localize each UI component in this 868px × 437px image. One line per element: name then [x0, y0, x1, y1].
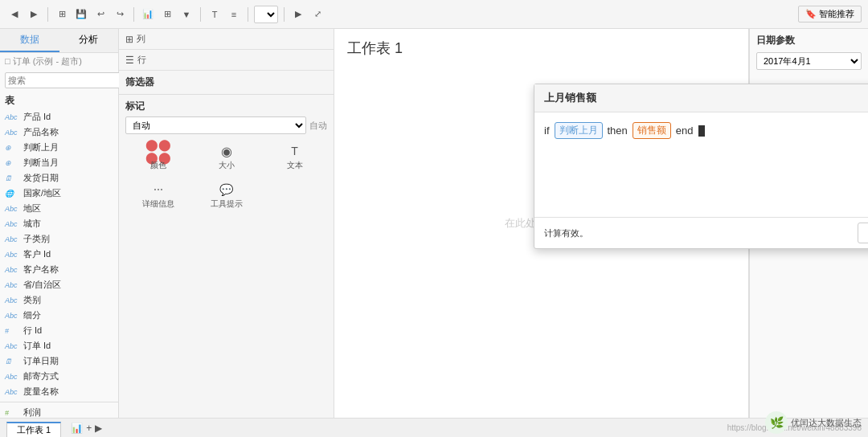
separator-5: [284, 7, 285, 22]
marks-size-item[interactable]: ◉ 大小: [194, 139, 259, 174]
field-list: 表 Abc产品 Id Abc产品名称 ⊕判断上月 ⊕判断当月 🗓发货日期 🌐国家…: [0, 91, 118, 418]
separator-4: [248, 7, 248, 22]
formula-dialog: 上月销售额 ✕ if 判断上月 then 销售额 end ▼ 计算有效。 应用: [534, 84, 868, 249]
size-icon: ◉: [215, 142, 238, 160]
add-sheet-icon[interactable]: +: [86, 423, 92, 434]
worksheet-tab[interactable]: 工作表 1: [6, 422, 61, 438]
separator-3: [200, 7, 201, 22]
field-row-id[interactable]: #行 Id: [0, 323, 118, 338]
rows-label: 行: [137, 54, 146, 66]
filter-label: 筛选器: [125, 76, 327, 89]
more-icon[interactable]: ▶: [95, 423, 102, 434]
section-table-header: 表: [0, 91, 118, 109]
field-product-name[interactable]: Abc产品名称: [0, 125, 118, 140]
marks-section: 标记 自动 自动 ⬤⬤⬤⬤ 颜色 ◉ 大小 T 文本: [119, 95, 334, 218]
formula-token-judge-last-month[interactable]: 判断上月: [555, 122, 603, 139]
dialog-title: 上月销售额: [544, 91, 596, 105]
field-customer-name[interactable]: Abc客户名称: [0, 262, 118, 277]
rows-shelf[interactable]: ☰ 行: [119, 50, 334, 71]
marks-size-label: 大小: [219, 160, 235, 171]
marks-tooltip-item[interactable]: 💬 工具提示: [194, 178, 259, 213]
marks-detail-item[interactable]: ⋯ 详细信息: [125, 178, 190, 213]
toolbar: ◀ ▶ ⊞ 💾 ↩ ↪ 📊 ⊞ ▼ T ≡ 标准 ▶ ⤢ 🔖 智能推荐: [0, 0, 868, 29]
date-param-select[interactable]: 2017年4月1: [756, 52, 862, 70]
marks-color-label: 颜色: [150, 160, 166, 171]
marks-label: 标记: [125, 100, 327, 113]
separator-2: [133, 7, 134, 22]
field-country[interactable]: 🌐国家/地区: [0, 186, 118, 201]
marks-tooltip-label: 工具提示: [211, 198, 243, 210]
field-category[interactable]: Abc类别: [0, 292, 118, 308]
filter-section: 筛选器: [119, 71, 334, 95]
table-btn[interactable]: ⊞: [159, 6, 175, 22]
section-divider-1: [0, 402, 118, 402]
tab-analysis[interactable]: 分析: [59, 29, 119, 52]
tab-data[interactable]: 数据: [0, 29, 59, 52]
back-btn[interactable]: ◀: [6, 6, 23, 22]
field-region[interactable]: Abc地区: [0, 201, 118, 216]
field-profit[interactable]: #利润: [0, 405, 118, 418]
status-tabs: 工作表 1: [6, 419, 61, 438]
field-order-id[interactable]: Abc订单 Id: [0, 338, 118, 353]
footer-buttons: 应用 确定: [858, 223, 868, 243]
formula-line: if 判断上月 then 销售额 end: [544, 122, 868, 139]
status-bar: 工作表 1 📊 + ▶ https://blog.csdn.net/weixin…: [0, 418, 868, 437]
main-layout: 数据 分析 □ 订单 (示例 - 超市) 🔍 ▼ ≡ 表 Abc产品 Id Ab…: [0, 29, 868, 418]
dialog-body[interactable]: if 判断上月 then 销售额 end ▼: [534, 112, 868, 217]
separator-1: [47, 7, 48, 22]
formula-if-keyword: if: [544, 125, 550, 137]
save-btn[interactable]: 💾: [73, 6, 89, 22]
align-btn[interactable]: ≡: [226, 6, 242, 22]
field-ship-date[interactable]: 🗓发货日期: [0, 170, 118, 186]
field-segment[interactable]: Abc细分: [0, 308, 118, 323]
field-sub-category[interactable]: Abc子类别: [0, 231, 118, 247]
formula-then-keyword: then: [608, 125, 628, 137]
chart-btn[interactable]: 📊: [140, 6, 156, 22]
marks-text-item[interactable]: T 文本: [262, 139, 327, 174]
forward-btn[interactable]: ▶: [26, 6, 42, 22]
formula-end-keyword: end: [676, 125, 694, 137]
mode-select[interactable]: 标准: [254, 6, 278, 23]
watermark-logo: 🌿: [765, 411, 788, 434]
search-input[interactable]: [5, 72, 122, 88]
field-judge-this-month[interactable]: ⊕判断当月: [0, 155, 118, 170]
field-order-date[interactable]: 🗓订单日期: [0, 353, 118, 369]
columns-icon: ⊞: [125, 34, 133, 45]
status-icons: 📊 + ▶: [71, 423, 102, 434]
redo-btn[interactable]: ↪: [112, 6, 128, 22]
datasource-label[interactable]: □ 订单 (示例 - 超市): [0, 53, 118, 70]
apply-btn[interactable]: 应用: [858, 223, 868, 243]
middle-panel: ⊞ 列 ☰ 行 筛选器 标记 自动 自动 ⬤⬤⬤⬤ 颜色: [119, 29, 334, 418]
canvas-area: 工作表 1 在此处放置字段 上月销售额 ✕ if 判断上月 then 销售额 e…: [334, 29, 749, 418]
field-city[interactable]: Abc城市: [0, 216, 118, 231]
formula-status: 计算有效。: [544, 227, 588, 239]
text-format-btn[interactable]: T: [207, 6, 223, 22]
field-judge-last-month[interactable]: ⊕判断上月: [0, 140, 118, 155]
formula-cursor: [698, 125, 705, 137]
marks-type-select[interactable]: 自动: [125, 116, 306, 134]
formula-token-sales[interactable]: 销售额: [633, 122, 671, 139]
columns-shelf[interactable]: ⊞ 列: [119, 29, 334, 50]
field-customer-id[interactable]: Abc客户 Id: [0, 247, 118, 262]
columns-label: 列: [137, 33, 145, 45]
left-tabs: 数据 分析: [0, 29, 118, 53]
fullscreen-btn[interactable]: ⤢: [309, 6, 326, 22]
toolbar-right: 🔖 智能推荐: [798, 6, 862, 22]
home-btn[interactable]: ⊞: [54, 6, 70, 22]
field-product-id[interactable]: Abc产品 Id: [0, 109, 118, 125]
search-bar: 🔍 ▼ ≡: [0, 70, 118, 91]
filter-btn[interactable]: ▼: [178, 6, 194, 22]
marks-icons-grid: ⬤⬤⬤⬤ 颜色 ◉ 大小 T 文本 ⋯ 详细信息 💬 工具提示: [125, 139, 327, 213]
smart-recommend-btn[interactable]: 🔖 智能推荐: [798, 6, 862, 22]
detail-icon: ⋯: [147, 181, 170, 198]
present-btn[interactable]: ▶: [290, 6, 306, 22]
marks-auto-row: 自动 自动: [125, 116, 327, 134]
marks-color-item[interactable]: ⬤⬤⬤⬤ 颜色: [125, 139, 190, 174]
field-ship-method[interactable]: Abc邮寄方式: [0, 369, 118, 384]
field-measure-name[interactable]: Abc度量名称: [0, 384, 118, 399]
undo-btn[interactable]: ↩: [92, 6, 108, 22]
field-province[interactable]: Abc省/自治区: [0, 277, 118, 292]
tooltip-icon: 💬: [215, 181, 238, 198]
worksheet-title: 工作表 1: [334, 29, 748, 63]
datasource-icon[interactable]: 📊: [71, 423, 83, 434]
